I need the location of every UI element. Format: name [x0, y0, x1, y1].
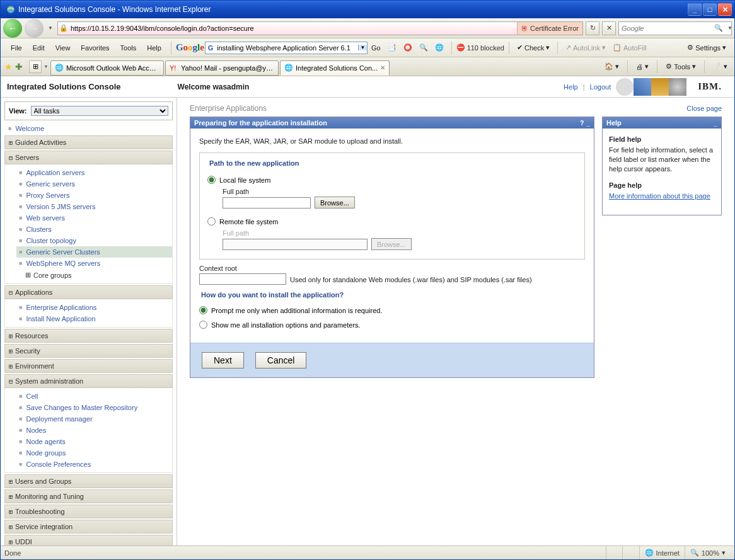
back-button[interactable]: ←: [3, 19, 22, 38]
nav-group-guided[interactable]: ⊞Guided Activities: [4, 135, 173, 149]
nav-item-generic-clusters[interactable]: ■Generic Server Clusters: [16, 246, 172, 258]
prompt-radio[interactable]: [199, 306, 207, 314]
page-help-link[interactable]: More information about this page: [609, 192, 710, 200]
nav-item-deployment-mgr[interactable]: ■Deployment manager: [16, 413, 172, 425]
separator: [171, 42, 171, 54]
home-button[interactable]: 🏠 ▾: [601, 60, 622, 72]
stop-button[interactable]: ✕: [602, 21, 616, 35]
status-zone[interactable]: 🌐Internet: [639, 546, 685, 559]
panel-minimize-icon[interactable]: _: [714, 120, 717, 127]
search-icon[interactable]: 🔍: [712, 24, 726, 32]
google-toolbar-search[interactable]: G ▼: [205, 42, 368, 54]
google-search-dropdown[interactable]: ▼: [358, 45, 367, 50]
print-button[interactable]: 🖨 ▾: [633, 60, 652, 72]
local-path-input[interactable]: [223, 197, 311, 209]
minimize-button[interactable]: _: [688, 3, 702, 16]
tab-close-icon[interactable]: ✕: [380, 64, 385, 71]
nav-group-users[interactable]: ⊞Users and Groups: [4, 474, 173, 488]
menu-tools[interactable]: Tools: [115, 42, 142, 54]
nav-item-node-agents[interactable]: ■Node agents: [16, 436, 172, 447]
nav-item-cluster-topology[interactable]: ■Cluster topology: [16, 235, 172, 246]
toolbar-settings-button[interactable]: ⚙ Settings ▾: [684, 42, 729, 54]
nav-item-console-prefs[interactable]: ■Console Preferences: [16, 459, 172, 470]
nav-item-nodes[interactable]: ■Nodes: [16, 425, 172, 436]
nav-item-clusters[interactable]: ■Clusters: [16, 224, 172, 235]
toolbar-btn-2[interactable]: ⭕: [400, 42, 415, 54]
tab-outlook[interactable]: 🌐 Microsoft Outlook Web Access: [50, 60, 164, 76]
show-all-radio[interactable]: [199, 321, 207, 329]
google-go-button[interactable]: Go: [368, 42, 384, 54]
nav-group-sysadmin[interactable]: ⊟System administration: [4, 374, 173, 388]
nav-item-enterprise-apps[interactable]: ■Enterprise Applications: [16, 302, 172, 313]
browser-search-input[interactable]: [619, 25, 712, 32]
popup-blocker[interactable]: ⛔ 110 blocked: [456, 43, 504, 52]
nav-history-dropdown[interactable]: ▼: [46, 25, 55, 31]
cancel-button[interactable]: Cancel: [255, 352, 307, 369]
nav-group-servers[interactable]: ⊟Servers: [4, 151, 173, 164]
nav-group-environment[interactable]: ⊞Environment: [4, 359, 173, 373]
local-browse-button[interactable]: Browse...: [315, 197, 355, 209]
spellcheck-button[interactable]: ✔ Check ▾: [514, 42, 553, 54]
panel-help-icon[interactable]: ?: [580, 120, 584, 127]
favorites-star-icon[interactable]: ★: [4, 62, 13, 72]
nav-group-security[interactable]: ⊞Security: [4, 344, 173, 358]
help-link[interactable]: Help: [564, 83, 578, 91]
help-dropdown-button[interactable]: ❔ ▾: [710, 60, 731, 72]
context-root-input[interactable]: [199, 273, 286, 285]
google-toolbar-input[interactable]: [216, 44, 358, 52]
nav-item-app-servers[interactable]: ■Application servers: [16, 167, 172, 178]
remote-fs-radio[interactable]: [207, 217, 216, 226]
header-decoration: [616, 78, 686, 96]
forward-button[interactable]: →: [25, 19, 43, 38]
toolbar-btn-1[interactable]: 📑: [385, 42, 400, 54]
toolbar-btn-4[interactable]: 🌐: [432, 42, 447, 54]
nav-item-node-groups[interactable]: ■Node groups: [16, 447, 172, 459]
quick-tabs-dropdown[interactable]: ▾: [43, 64, 49, 69]
menu-file[interactable]: File: [6, 42, 27, 54]
nav-item-mq-servers[interactable]: ■WebSphere MQ servers: [16, 258, 172, 269]
autolink-button[interactable]: ↗ AutoLink ▾: [562, 42, 609, 54]
next-button[interactable]: Next: [202, 352, 244, 369]
address-bar[interactable]: 🔒 ⛨ Certificate Error: [57, 21, 583, 35]
nav-item-save-changes[interactable]: ■Save Changes to Master Repository: [16, 402, 172, 413]
menu-help[interactable]: Help: [142, 42, 166, 54]
view-select[interactable]: All tasks: [31, 106, 168, 116]
close-button[interactable]: ✕: [718, 3, 732, 16]
page-tools-button[interactable]: ⚙ Tools ▾: [663, 60, 699, 72]
tab-console[interactable]: 🌐 Integrated Solutions Con... ✕: [280, 60, 390, 76]
nav-group-uddi[interactable]: ⊞UDDI: [4, 535, 173, 546]
nav-welcome[interactable]: ■Welcome: [4, 123, 173, 134]
nav-item-generic-servers[interactable]: ■Generic servers: [16, 178, 172, 190]
refresh-button[interactable]: ↻: [586, 21, 599, 35]
nav-item-proxy-servers[interactable]: ■Proxy Servers: [16, 190, 172, 201]
local-fs-radio[interactable]: [207, 176, 216, 184]
zoom-icon: 🔍: [690, 549, 699, 557]
nav-group-applications[interactable]: ⊟Applications: [4, 285, 173, 299]
nav-core-groups[interactable]: ⊞Core groups: [16, 269, 172, 281]
maximize-button[interactable]: □: [703, 3, 717, 16]
toolbar-btn-3[interactable]: 🔍: [416, 42, 431, 54]
status-zoom[interactable]: 🔍100% ▾: [685, 546, 731, 559]
address-input[interactable]: [69, 25, 517, 32]
close-page-link[interactable]: Close page: [686, 105, 722, 112]
menu-favorites[interactable]: Favorites: [76, 42, 114, 54]
menu-view[interactable]: View: [50, 42, 76, 54]
logout-link[interactable]: Logout: [590, 83, 611, 91]
nav-item-install-new-app[interactable]: ■Install New Application: [16, 313, 172, 324]
nav-group-troubleshooting[interactable]: ⊞Troubleshooting: [4, 505, 173, 518]
nav-group-resources[interactable]: ⊞Resources: [4, 329, 173, 343]
nav-group-monitoring[interactable]: ⊞Monitoring and Tuning: [4, 489, 173, 503]
add-favorite-icon[interactable]: ✚: [15, 62, 23, 72]
nav-group-service-int[interactable]: ⊞Service integration: [4, 520, 173, 534]
certificate-error-badge[interactable]: ⛨ Certificate Error: [517, 22, 582, 35]
autofill-button[interactable]: 📋 AutoFill: [610, 42, 650, 54]
menu-edit[interactable]: Edit: [28, 42, 50, 54]
quick-tabs-button[interactable]: ⊞: [29, 60, 42, 73]
nav-item-web-servers[interactable]: ■Web servers: [16, 212, 172, 224]
browser-search-box[interactable]: 🔍 ▼: [618, 21, 732, 35]
nav-item-v5-jms[interactable]: ■Version 5 JMS servers: [16, 201, 172, 212]
panel-minimize-icon[interactable]: _: [586, 120, 590, 127]
search-provider-dropdown[interactable]: ▼: [726, 25, 734, 31]
tab-yahoo[interactable]: Y! Yahoo! Mail - psengupta@ya...: [165, 60, 279, 76]
nav-item-cell[interactable]: ■Cell: [16, 391, 172, 402]
